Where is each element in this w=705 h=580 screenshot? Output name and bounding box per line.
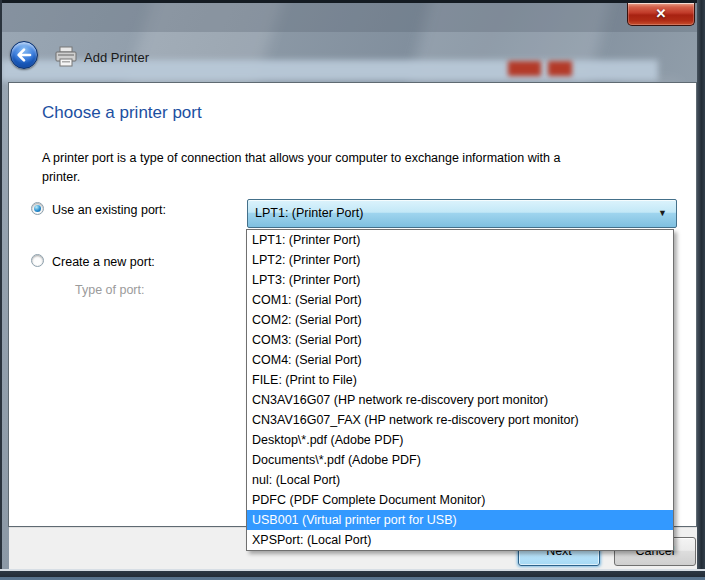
window-border-right [697, 0, 705, 580]
wizard-title: Add Printer [84, 50, 149, 65]
radio-create-new-port-label[interactable]: Create a new port: [52, 255, 155, 269]
page-title: Choose a printer port [42, 103, 202, 123]
description-line: A printer port is a type of connection t… [42, 151, 560, 165]
radio-use-existing-port-label[interactable]: Use an existing port: [52, 203, 166, 217]
port-combobox-value: LPT1: (Printer Port) [255, 200, 363, 227]
blurred-background-red-button [508, 61, 541, 76]
radio-create-new-port[interactable] [31, 254, 44, 267]
dropdown-item[interactable]: LPT1: (Printer Port) [247, 230, 673, 250]
dropdown-item[interactable]: COM2: (Serial Port) [247, 310, 673, 330]
port-dropdown-list: LPT1: (Printer Port)LPT2: (Printer Port)… [246, 229, 674, 551]
dropdown-item[interactable]: Desktop\*.pdf (Adobe PDF) [247, 430, 673, 450]
blurred-background-red-button [548, 61, 572, 76]
dropdown-item[interactable]: Documents\*.pdf (Adobe PDF) [247, 450, 673, 470]
description-line: printer. [42, 170, 80, 184]
close-button[interactable]: ✕ [627, 3, 695, 26]
radio-use-existing-port[interactable] [31, 202, 44, 215]
dropdown-item[interactable]: nul: (Local Port) [247, 470, 673, 490]
dropdown-item[interactable]: LPT2: (Printer Port) [247, 250, 673, 270]
dropdown-item[interactable]: COM1: (Serial Port) [247, 290, 673, 310]
dropdown-item[interactable]: FILE: (Print to File) [247, 370, 673, 390]
dropdown-item[interactable]: CN3AV16G07_FAX (HP network re-discovery … [247, 410, 673, 430]
page-description: A printer port is a type of connection t… [42, 149, 682, 187]
dropdown-item[interactable]: COM4: (Serial Port) [247, 350, 673, 370]
back-arrow-icon [16, 47, 32, 63]
dropdown-item[interactable]: XPSPort: (Local Port) [247, 530, 673, 550]
dropdown-item[interactable]: COM3: (Serial Port) [247, 330, 673, 350]
titlebar-shade [0, 0, 705, 32]
window-border-top [0, 0, 705, 3]
port-combobox[interactable]: LPT1: (Printer Port) ▼ [247, 199, 677, 228]
window-border-left [0, 0, 2, 580]
printer-icon [54, 46, 78, 72]
chevron-down-icon[interactable]: ▼ [658, 200, 667, 227]
type-of-port-label: Type of port: [75, 283, 144, 297]
close-icon: ✕ [656, 6, 667, 21]
radio-selected-dot [34, 205, 41, 212]
dropdown-item[interactable]: USB001 (Virtual printer port for USB) [247, 510, 673, 530]
dropdown-item[interactable]: LPT3: (Printer Port) [247, 270, 673, 290]
back-button[interactable] [10, 41, 38, 69]
add-printer-window: ✕ Add Printer Choose a printer port A pr… [0, 0, 705, 580]
window-border-bottom [0, 569, 705, 580]
dropdown-item[interactable]: PDFC (PDF Complete Document Monitor) [247, 490, 673, 510]
dropdown-item[interactable]: CN3AV16G07 (HP network re-discovery port… [247, 390, 673, 410]
